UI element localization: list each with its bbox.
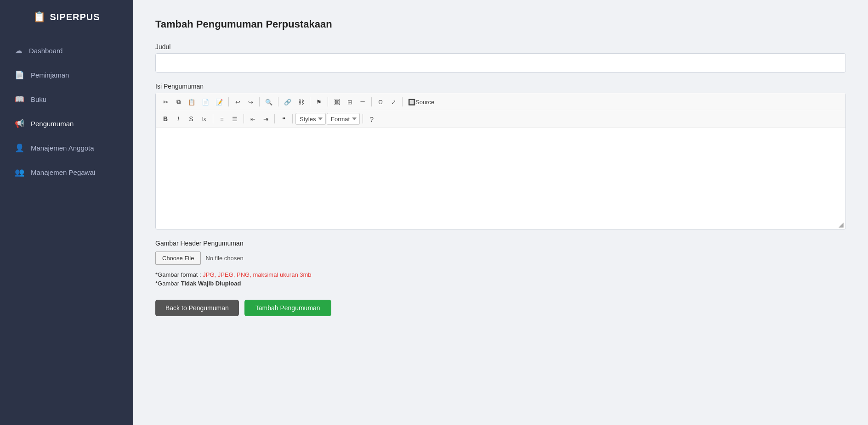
file-input-wrapper: Choose File No file chosen — [155, 252, 846, 265]
toolbar-bold-btn[interactable]: B — [159, 113, 171, 125]
toolbar-strike-btn[interactable]: S — [185, 113, 197, 125]
toolbar-sep-1 — [228, 97, 229, 106]
toolbar-copy-btn[interactable]: ⧉ — [172, 96, 184, 108]
buku-icon: 📖 — [15, 95, 24, 104]
format-note: *Gambar Tidak Wajib Diupload — [155, 280, 846, 287]
toolbar-removeformat-btn[interactable]: Ix — [198, 113, 210, 125]
toolbar-sep-6 — [371, 97, 372, 106]
toolbar-increase-indent-btn[interactable]: ⇥ — [260, 113, 272, 125]
isi-label: Isi Pengumuman — [155, 83, 846, 90]
sidebar-item-pengumuman[interactable]: 📢 Pengumuman — [0, 112, 133, 135]
toolbar-table-btn[interactable]: ⊞ — [344, 96, 356, 108]
toolbar-source-label: Source — [415, 99, 434, 106]
toolbar-find-replace-btn[interactable]: 🔍 — [262, 96, 275, 108]
page-title: Tambah Pengumuman Perpustakaan — [155, 18, 846, 30]
choose-file-button[interactable]: Choose File — [155, 252, 201, 265]
judul-label: Judul — [155, 43, 846, 50]
toolbar-italic-btn[interactable]: I — [172, 113, 184, 125]
toolbar-row2: B I S Ix ≡ ☰ ⇤ ⇥ ❝ Styles — [159, 113, 842, 125]
format-info-prefix: *Gambar format : — [155, 271, 203, 278]
toolbar-source-icon: 🔲 — [408, 99, 415, 106]
judul-input[interactable] — [155, 53, 846, 73]
logo-text: SIPERPUS — [50, 12, 100, 22]
manajemen-pegawai-icon: 👥 — [15, 168, 24, 177]
peminjaman-icon: 📄 — [15, 70, 24, 80]
sidebar-item-peminjaman-label: Peminjaman — [31, 71, 69, 79]
toolbar-unordered-list-btn[interactable]: ☰ — [229, 113, 241, 125]
toolbar-undo-btn[interactable]: ↩ — [232, 96, 244, 108]
toolbar-link-btn[interactable]: 🔗 — [281, 96, 294, 108]
upload-label: Gambar Header Pengumuman — [155, 240, 846, 247]
toolbar-sep-5 — [328, 97, 328, 106]
sidebar-item-dashboard[interactable]: ☁ Dashboard — [0, 39, 133, 62]
toolbar-image-btn[interactable]: 🖼 — [331, 96, 343, 108]
editor-container: ✂ ⧉ 📋 📄 📝 ↩ ↪ 🔍 🔗 ⛓ ⚑ 🖼 — [155, 93, 846, 229]
toolbar-format-dropdown[interactable]: Format — [327, 113, 360, 125]
toolbar-maximize-btn[interactable]: ⤢ — [387, 96, 399, 108]
toolbar-sep-12 — [363, 114, 363, 123]
toolbar-row1: ✂ ⧉ 📋 📄 📝 ↩ ↪ 🔍 🔗 ⛓ ⚑ 🖼 — [159, 96, 842, 110]
sidebar-item-buku[interactable]: 📖 Buku — [0, 88, 133, 111]
toolbar-sep-4 — [310, 97, 310, 106]
toolbar-source-btn[interactable]: 🔲 Source — [405, 96, 437, 108]
sidebar-navigation: ☁ Dashboard 📄 Peminjaman 📖 Buku 📢 Pengum… — [0, 36, 133, 187]
toolbar-sep-11 — [292, 114, 293, 123]
toolbar-styles-dropdown[interactable]: Styles — [295, 113, 326, 125]
toolbar-blockquote-btn[interactable]: ❝ — [278, 113, 289, 125]
toolbar-ordered-list-btn[interactable]: ≡ — [216, 113, 228, 125]
pengumuman-icon: 📢 — [15, 119, 24, 129]
toolbar-unlink-btn[interactable]: ⛓ — [295, 96, 307, 108]
form-section: Judul Isi Pengumuman ✂ ⧉ 📋 📄 📝 ↩ ↪ 🔍 — [155, 43, 846, 316]
toolbar-sep-7 — [402, 97, 403, 106]
toolbar-sep-10 — [274, 114, 275, 123]
format-note-prefix: *Gambar — [155, 280, 181, 287]
dashboard-icon: ☁ — [15, 46, 23, 56]
format-highlight: JPG, JPEG, PNG, maksimal ukuran 3mb — [203, 271, 311, 278]
manajemen-anggota-icon: 👤 — [15, 143, 24, 153]
sidebar-item-manajemen-pegawai[interactable]: 👥 Manajemen Pegawai — [0, 161, 133, 184]
sidebar-item-manajemen-anggota-label: Manajemen Anggota — [31, 144, 94, 152]
sidebar-item-dashboard-label: Dashboard — [29, 47, 62, 55]
toolbar-sep-9 — [244, 114, 244, 123]
action-buttons: Back to Pengumuman Tambah Pengumuman — [155, 300, 846, 316]
submit-button[interactable]: Tambah Pengumuman — [244, 300, 331, 316]
logo-icon: 📋 — [33, 11, 46, 23]
toolbar-sep-8 — [213, 114, 213, 123]
no-file-text: No file chosen — [205, 255, 243, 262]
sidebar-logo: 📋 SIPERPUS — [0, 0, 133, 36]
sidebar-item-buku-label: Buku — [31, 95, 46, 103]
editor-body[interactable] — [156, 128, 845, 220]
toolbar-special-char-btn[interactable]: Ω — [374, 96, 386, 108]
toolbar-paste-text-btn[interactable]: 📄 — [199, 96, 212, 108]
sidebar-item-manajemen-anggota[interactable]: 👤 Manajemen Anggota — [0, 137, 133, 159]
sidebar-item-pengumuman-label: Pengumuman — [31, 120, 74, 128]
sidebar-item-peminjaman[interactable]: 📄 Peminjaman — [0, 64, 133, 86]
toolbar-redo-btn[interactable]: ↪ — [244, 96, 256, 108]
toolbar-sep-3 — [278, 97, 278, 106]
toolbar-paste-btn[interactable]: 📋 — [185, 96, 198, 108]
format-info: *Gambar format : JPG, JPEG, PNG, maksima… — [155, 271, 846, 278]
toolbar-cut-btn[interactable]: ✂ — [159, 96, 171, 108]
toolbar-decrease-indent-btn[interactable]: ⇤ — [247, 113, 259, 125]
sidebar: 📋 SIPERPUS ☁ Dashboard 📄 Peminjaman 📖 Bu… — [0, 0, 133, 425]
editor-resize-handle: ◢ — [156, 220, 845, 229]
format-note-bold: Tidak Wajib Diupload — [181, 280, 241, 287]
resize-icon: ◢ — [839, 221, 844, 228]
back-button[interactable]: Back to Pengumuman — [155, 300, 239, 316]
main-content: Tambah Pengumuman Perpustakaan Judul Isi… — [133, 0, 868, 425]
sidebar-item-manajemen-pegawai-label: Manajemen Pegawai — [31, 168, 95, 176]
toolbar-help-btn[interactable]: ? — [366, 113, 378, 125]
toolbar-paste-from-word-btn[interactable]: 📝 — [213, 96, 226, 108]
editor-toolbar: ✂ ⧉ 📋 📄 📝 ↩ ↪ 🔍 🔗 ⛓ ⚑ 🖼 — [156, 93, 845, 128]
toolbar-flag-btn[interactable]: ⚑ — [313, 96, 325, 108]
toolbar-align-btn[interactable]: ═ — [357, 96, 369, 108]
toolbar-sep-2 — [259, 97, 260, 106]
